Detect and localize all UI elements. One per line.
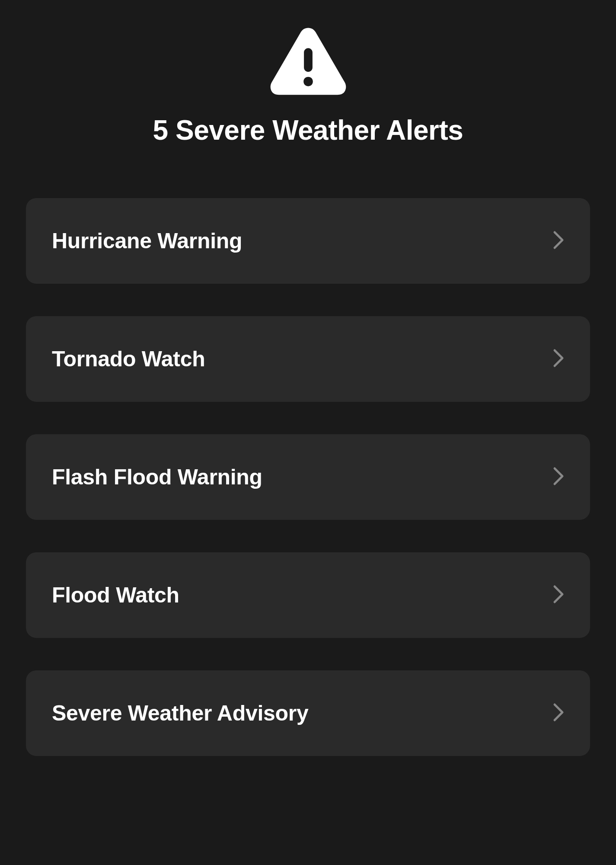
chevron-right-icon bbox=[553, 703, 564, 724]
alert-label: Tornado Watch bbox=[52, 346, 205, 372]
alert-item-tornado-watch[interactable]: Tornado Watch bbox=[26, 316, 590, 402]
chevron-right-icon bbox=[553, 231, 564, 251]
chevron-right-icon bbox=[553, 585, 564, 606]
chevron-right-icon bbox=[553, 349, 564, 369]
chevron-right-icon bbox=[553, 467, 564, 487]
alert-item-severe-weather-advisory[interactable]: Severe Weather Advisory bbox=[26, 670, 590, 756]
alert-item-hurricane-warning[interactable]: Hurricane Warning bbox=[26, 198, 590, 284]
alert-label: Flood Watch bbox=[52, 583, 179, 608]
page-title: 5 Severe Weather Alerts bbox=[153, 114, 463, 146]
alerts-header: 5 Severe Weather Alerts bbox=[26, 26, 590, 146]
alert-label: Flash Flood Warning bbox=[52, 465, 262, 490]
alert-item-flash-flood-warning[interactable]: Flash Flood Warning bbox=[26, 434, 590, 520]
warning-icon bbox=[269, 26, 347, 97]
alerts-list: Hurricane Warning Tornado Watch Flash Fl… bbox=[26, 198, 590, 756]
alert-label: Severe Weather Advisory bbox=[52, 701, 308, 726]
alert-item-flood-watch[interactable]: Flood Watch bbox=[26, 552, 590, 638]
alert-label: Hurricane Warning bbox=[52, 228, 242, 253]
